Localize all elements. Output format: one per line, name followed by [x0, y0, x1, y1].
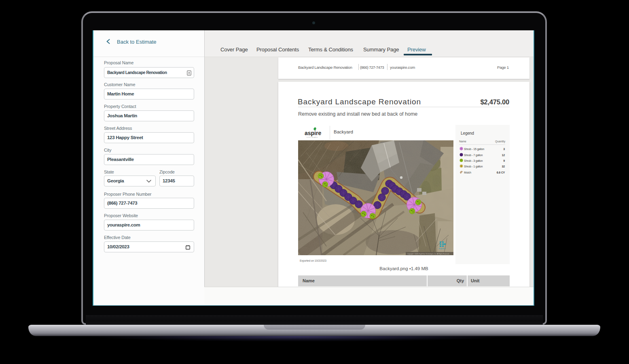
svg-text:Copyright © 2023, EagleView Te: Copyright © 2023, EagleView Technologies… [407, 253, 449, 255]
svg-text:SOFTWARE: SOFTWARE [307, 137, 318, 138]
svg-text:aspire: aspire [305, 130, 321, 136]
svg-text:EagleView: EagleView [439, 248, 446, 250]
